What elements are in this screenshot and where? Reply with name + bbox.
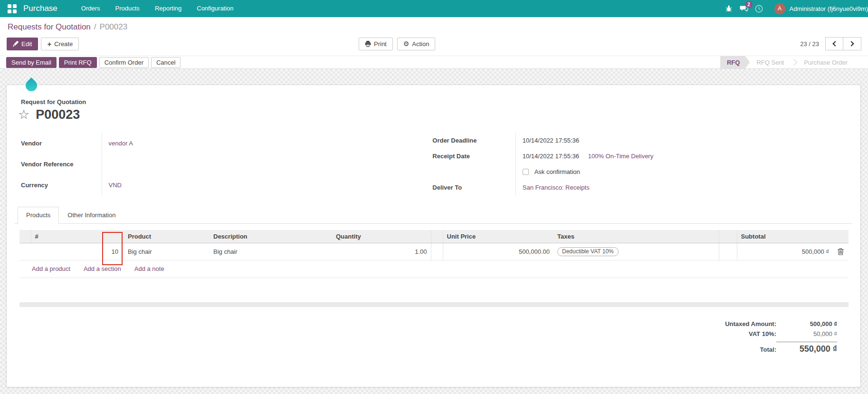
create-button[interactable]: + Create [41, 38, 79, 50]
order-line-row[interactable]: 10 Big chair Big chair 1.00 500,000.00 D… [19, 243, 849, 260]
add-a-note-link[interactable]: Add a note [134, 265, 164, 272]
col-unit-price[interactable]: Unit Price [443, 230, 553, 243]
debug-bug-icon[interactable] [721, 0, 736, 17]
print-button-label: Print [374, 40, 387, 48]
cancel-button[interactable]: Cancel [151, 57, 181, 68]
pager-value: 23 / 23 [800, 40, 819, 48]
systray: 2 A Administrator (fj6nyue0vi9m) [721, 0, 868, 17]
user-menu[interactable]: Administrator (fj6nyue0vi9m) [790, 5, 868, 12]
ask-confirmation-empty-label [432, 164, 515, 180]
col-description[interactable]: Description [210, 230, 332, 243]
activities-clock-icon[interactable] [752, 0, 767, 17]
tab-other-information[interactable]: Other Information [59, 207, 124, 223]
row-gap-2 [719, 243, 737, 260]
untaxed-amount-value: 500,000 ₫ [776, 320, 837, 327]
table-header-row: # Product Description Quantity Unit Pric… [19, 230, 849, 243]
edit-button-label: Edit [21, 40, 32, 48]
record-title: P00023 [36, 107, 80, 122]
pager: 23 / 23 [800, 37, 861, 50]
order-lines-area: # Product Description Quantity Unit Pric… [15, 224, 852, 307]
deliver-to-value-link[interactable]: San Francisco: Receipts [523, 184, 590, 191]
vendor-value-link[interactable]: vendor A [109, 140, 133, 147]
order-deadline-value[interactable]: 10/14/2022 17:55:36 [515, 133, 852, 148]
currency-value-link[interactable]: VND [109, 182, 122, 189]
receipt-date-value[interactable]: 10/14/2022 17:55:36 [523, 153, 579, 160]
app-name[interactable]: Purchase [23, 4, 57, 13]
menu-reporting[interactable]: Reporting [147, 0, 189, 17]
send-by-email-button[interactable]: Send by Email [6, 57, 57, 68]
gear-icon: ⚙ [403, 40, 410, 47]
right-field-group: Order Deadline 10/14/2022 17:55:36 Recei… [432, 133, 852, 195]
add-a-section-link[interactable]: Add a section [84, 265, 121, 272]
total-value: 550,000 ₫ [776, 342, 837, 354]
col-product[interactable]: Product [124, 230, 210, 243]
control-panel-buttons-row: Edit + Create Print ⚙ Action 23 / [7, 37, 861, 56]
col-subtotal[interactable]: Subtotal [737, 230, 833, 243]
stage-purchase-order[interactable]: Purchase Order [797, 56, 854, 68]
add-a-product-link[interactable]: Add a product [32, 265, 70, 272]
apps-menu-icon[interactable] [8, 4, 17, 13]
messages-icon[interactable]: 2 [736, 0, 752, 17]
printer-icon [365, 41, 371, 47]
create-button-label: Create [54, 40, 73, 48]
favorite-star-icon[interactable]: ☆ [18, 108, 29, 121]
left-field-group: Vendor vendor A Vendor Reference Currenc… [21, 133, 258, 195]
row-description[interactable]: Big chair [210, 243, 332, 260]
row-sequence[interactable]: 10 [31, 243, 124, 260]
statusbar: Send by Email Print RFQ Confirm Order Ca… [0, 56, 868, 69]
totals-block: Untaxed Amount: 500,000 ₫ VAT 10%: 50,00… [15, 319, 852, 356]
plus-icon: + [47, 40, 51, 48]
field-ask-confirmation: Ask confirmation [432, 164, 852, 180]
receipt-date-label: Receipt Date [432, 148, 515, 164]
print-rfq-button[interactable]: Print RFQ [59, 57, 97, 68]
pager-next-button[interactable] [843, 37, 861, 50]
field-currency: Currency VND [21, 174, 258, 195]
user-avatar[interactable]: A [774, 3, 785, 14]
col-sequence[interactable]: # [31, 230, 124, 243]
vat-label: VAT 10%: [749, 330, 776, 337]
document-type-label: Request for Quotation [21, 98, 852, 106]
pager-previous-button[interactable] [825, 37, 843, 50]
menu-configuration[interactable]: Configuration [189, 0, 241, 17]
row-taxes[interactable]: Deductible VAT 10% [553, 243, 719, 260]
on-time-delivery-link[interactable]: 100% On-Time Delivery [588, 153, 654, 160]
menu-products[interactable]: Products [108, 0, 147, 17]
vat-row: VAT 10%: 50,000 ₫ [749, 330, 837, 337]
control-panel: Requests for Quotation/P00023 Edit + Cre… [0, 17, 868, 56]
confirm-order-button[interactable]: Confirm Order [99, 57, 149, 68]
notebook-tabs: Products Other Information [15, 207, 852, 224]
form-sheet: Request for Quotation ☆ P00023 Vendor ve… [6, 85, 861, 387]
menu-orders[interactable]: Orders [74, 0, 108, 17]
add-line-links: Add a product Add a section Add a note [19, 260, 849, 278]
delete-line-button[interactable] [833, 243, 849, 260]
row-gap-1 [431, 243, 443, 260]
col-quantity[interactable]: Quantity [332, 230, 431, 243]
breadcrumb-requests-for-quotation[interactable]: Requests for Quotation [8, 22, 91, 31]
vendor-reference-value[interactable] [102, 154, 258, 174]
col-gap-2 [719, 230, 737, 243]
ask-confirmation-checkbox[interactable] [523, 169, 529, 175]
row-subtotal: 500,000 ₫ [737, 243, 833, 260]
print-button[interactable]: Print [359, 38, 393, 50]
total-row: Total: 550,000 ₫ [760, 340, 837, 354]
row-quantity[interactable]: 1.00 [332, 243, 431, 260]
form-view-background: Request for Quotation ☆ P00023 Vendor ve… [0, 69, 868, 394]
stage-separator-icon [791, 59, 797, 66]
tab-products[interactable]: Products [18, 207, 59, 224]
col-taxes[interactable]: Taxes [553, 230, 719, 243]
untaxed-amount-row: Untaxed Amount: 500,000 ₫ [725, 320, 837, 327]
chevron-right-icon [849, 41, 854, 46]
row-handle-cell[interactable] [19, 243, 31, 260]
stage-rfq[interactable]: RFQ [720, 56, 750, 68]
action-button[interactable]: ⚙ Action [397, 38, 436, 50]
stage-rfq-sent[interactable]: RFQ Sent [750, 56, 791, 68]
vendor-reference-label: Vendor Reference [21, 154, 102, 174]
row-unit-price[interactable]: 500,000.00 [443, 243, 553, 260]
row-product[interactable]: Big chair [124, 243, 210, 260]
horizontal-scrollbar[interactable] [19, 302, 849, 307]
tax-tag[interactable]: Deductible VAT 10% [557, 247, 619, 256]
breadcrumb-separator: / [94, 22, 96, 31]
edit-button[interactable]: Edit [7, 38, 38, 50]
pencil-icon [13, 41, 19, 47]
trash-icon [838, 248, 844, 255]
